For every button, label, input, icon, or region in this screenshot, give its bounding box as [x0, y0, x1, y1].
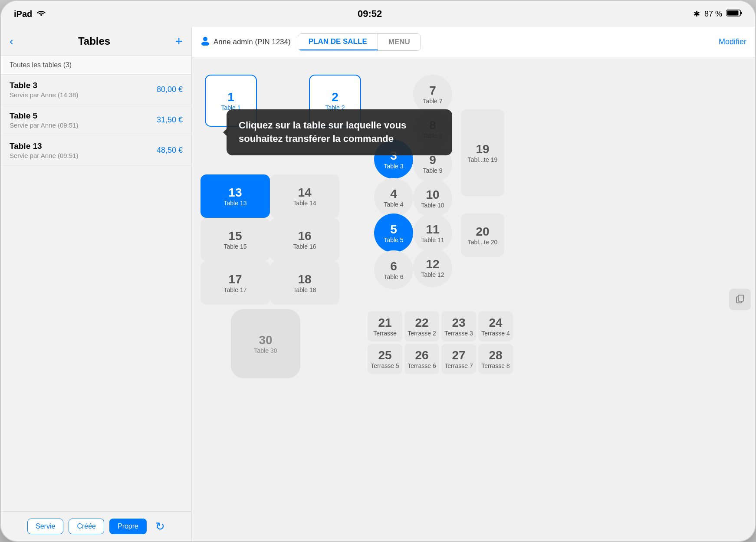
table-num: 11 [426, 223, 439, 237]
modifier-button[interactable]: Modifier [719, 37, 746, 46]
table-label: Terrasse [373, 330, 397, 337]
table-cell-t19[interactable]: 19 Tabl...te 19 [461, 109, 504, 196]
wifi-icon [36, 10, 46, 19]
tab-plan-de-salle[interactable]: PLAN DE SALLE [298, 34, 378, 50]
table-label: Table 30 [254, 347, 277, 354]
table-num: 17 [228, 273, 242, 286]
table-label: Table 6 [384, 273, 403, 280]
table-cell-t14[interactable]: 14 Table 14 [270, 174, 339, 218]
ipad-label: iPad [14, 9, 32, 19]
status-bar-left: iPad [14, 9, 46, 19]
table-num: 22 [415, 316, 428, 330]
table-num: 24 [489, 316, 502, 330]
status-time: 09:52 [358, 8, 382, 20]
table-cell-t26[interactable]: 26 Terrasse 6 [404, 344, 439, 374]
table-cell-t16[interactable]: 16 Table 16 [270, 218, 339, 261]
table-cell-t24[interactable]: 24 Terrasse 4 [478, 311, 513, 342]
table-label: Table 7 [423, 98, 442, 105]
table-cell-t17[interactable]: 17 Table 17 [201, 261, 270, 305]
table-label: Table 13 [224, 200, 247, 207]
table-cell-t6[interactable]: 6 Table 6 [374, 250, 413, 289]
user-badge: Anne admin (PIN 1234) [201, 36, 291, 48]
table-label: Table 17 [224, 286, 247, 293]
table-num: 25 [378, 348, 391, 362]
table-item-sub: Servie par Anne (09:51) [10, 152, 78, 159]
sidebar-header: ‹ Tables + [1, 27, 191, 56]
table-list-item[interactable]: Table 5 Servie par Anne (09:51) 31,50 € [1, 105, 191, 135]
table-cell-t15[interactable]: 15 Table 15 [201, 218, 270, 261]
table-list-item[interactable]: Table 13 Servie par Anne (09:51) 48,50 € [1, 135, 191, 166]
table-item-name: Table 13 [10, 141, 78, 151]
table-cell-t27[interactable]: 27 Terrasse 7 [441, 344, 476, 374]
table-cell-t21[interactable]: 21 Terrasse [368, 311, 402, 342]
table-label: Terrasse 2 [408, 330, 436, 337]
status-bar: iPad 09:52 ✱ 87 % [1, 1, 755, 27]
svg-rect-6 [738, 295, 743, 301]
table-num: 13 [228, 186, 242, 200]
table-num: 19 [476, 142, 489, 156]
table-cell-t28[interactable]: 28 Terrasse 8 [478, 344, 513, 374]
table-label: Table 5 [384, 237, 403, 243]
table-num: 26 [415, 348, 428, 362]
table-cell-t4[interactable]: 4 Table 4 [374, 178, 413, 217]
table-label: Tabl...te 19 [468, 156, 498, 163]
table-cell-t23[interactable]: 23 Terrasse 3 [441, 311, 476, 342]
table-cell-t18[interactable]: 18 Table 18 [270, 261, 339, 305]
filter-button-servie[interactable]: Servie [27, 519, 63, 534]
bluetooth-icon: ✱ [694, 9, 700, 19]
table-cell-t10[interactable]: 10 Table 10 [413, 179, 452, 218]
table-item-info: Table 5 Servie par Anne (09:51) [10, 111, 78, 129]
table-item-name: Table 5 [10, 111, 78, 121]
filter-button-créée[interactable]: Créée [69, 519, 104, 534]
table-label: Terrasse 4 [481, 330, 509, 337]
table-label: Table 18 [293, 286, 316, 293]
edge-copy-button[interactable] [729, 289, 751, 310]
table-num: 1 [227, 90, 234, 104]
table-num: 5 [390, 223, 397, 237]
table-cell-t22[interactable]: 22 Terrasse 2 [404, 311, 439, 342]
table-item-info: Table 3 Servie par Anne (14:38) [10, 81, 78, 99]
table-num: 12 [426, 257, 439, 271]
table-num: 27 [452, 348, 465, 362]
table-cell-t25[interactable]: 25 Terrasse 5 [368, 344, 402, 374]
table-item-info: Table 13 Servie par Anne (09:51) [10, 141, 78, 159]
table-num: 4 [390, 187, 397, 201]
table-cell-t30[interactable]: 30 Table 30 [231, 309, 300, 378]
add-table-button[interactable]: + [175, 34, 183, 49]
filter-button-propre[interactable]: Propre [109, 519, 147, 534]
table-cell-t20[interactable]: 20 Tabl...te 20 [461, 214, 504, 257]
svg-point-4 [201, 42, 209, 46]
refresh-button[interactable]: ↻ [155, 520, 165, 533]
tooltip-text: Cliquez sur la table sur laquelle vous s… [239, 120, 406, 144]
table-num: 28 [489, 348, 502, 362]
table-cell-t11[interactable]: 11 Table 11 [413, 214, 452, 253]
table-label: Table 11 [421, 237, 444, 243]
table-label: Table 9 [423, 167, 442, 174]
tooltip: Cliquez sur la table sur laquelle vous s… [227, 109, 452, 155]
table-cell-t7[interactable]: 7 Table 7 [413, 75, 452, 114]
table-cell-t13[interactable]: 13 Table 13 [201, 174, 270, 218]
table-list-item[interactable]: Table 3 Servie par Anne (14:38) 80,00 € [1, 75, 191, 105]
top-bar: Anne admin (PIN 1234) PLAN DE SALLE MENU… [192, 27, 755, 57]
back-button[interactable]: ‹ [10, 35, 13, 48]
floor-plan: Cliquez sur la table sur laquelle vous s… [192, 57, 755, 541]
tab-menu[interactable]: MENU [378, 34, 421, 50]
table-label: Table 14 [293, 200, 316, 207]
table-list: Table 3 Servie par Anne (14:38) 80,00 € … [1, 75, 191, 511]
table-num: 20 [476, 225, 489, 239]
table-item-price: 80,00 € [157, 85, 183, 94]
battery-icon [726, 9, 742, 19]
table-cell-t12[interactable]: 12 Table 12 [413, 248, 452, 287]
user-label: Anne admin (PIN 1234) [214, 38, 291, 46]
table-label: Terrasse 8 [481, 362, 509, 369]
table-num: 14 [298, 186, 311, 200]
table-label: Terrasse 3 [444, 330, 473, 337]
table-label: Table 4 [384, 201, 403, 208]
user-icon [201, 36, 210, 48]
table-num: 10 [426, 188, 439, 202]
table-cell-t5[interactable]: 5 Table 5 [374, 214, 413, 253]
main-layout: ‹ Tables + Toutes les tables (3) Table 3… [1, 27, 755, 541]
sidebar-footer: ServieCrééePropre↻ [1, 511, 191, 541]
table-label: Table 3 [384, 163, 403, 170]
table-label: Terrasse 5 [371, 362, 399, 369]
